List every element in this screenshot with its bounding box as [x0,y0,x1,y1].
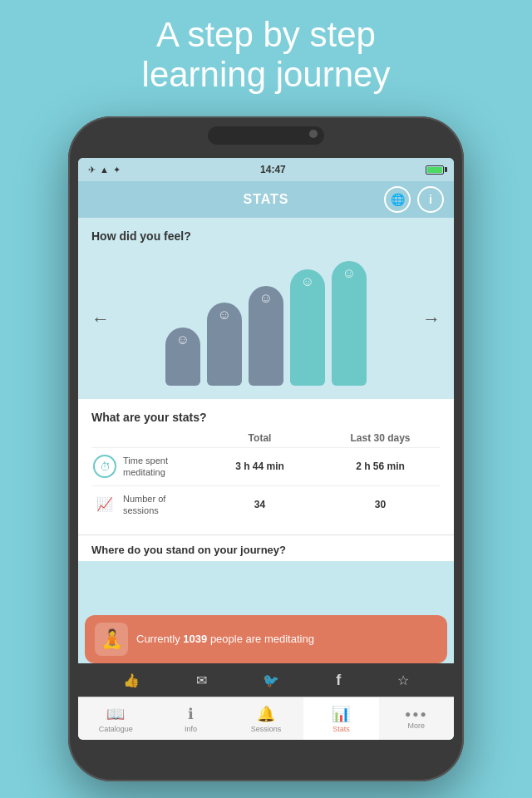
clock-icon: ⏱ [93,455,116,478]
twitter-icon[interactable]: 🐦 [263,672,279,688]
notif-text-before: Currently [136,633,183,645]
header-line1: A step by step [0,15,532,55]
info-symbol: i [429,193,432,206]
meditation-symbol: 🧘 [101,628,123,650]
bar-col-4: ☺ [290,269,325,386]
chart-area: ← ☺ ☺ ☺ [91,253,441,386]
thumbs-up-icon[interactable]: 👍 [123,672,140,688]
stairs-icon-area: 📈 [91,496,118,512]
stats-icon: 📊 [332,705,350,723]
sessions-icon: 🔔 [257,705,275,723]
mood-section: How did you feel? ← ☺ ☺ [78,218,454,399]
notif-meditation-icon: 🧘 [95,623,128,656]
phone-screen: ✈ ▲ ✦ 14:47 STATS 🌐 i How did you feel? [78,158,454,740]
header-text: A step by step learning journey [0,15,532,96]
stats-header-label-spacer [123,432,200,444]
bar-face-2: ☺ [218,308,231,323]
clock-icon-area: ⏱ [91,455,118,478]
phone-frame: ✈ ▲ ✦ 14:47 STATS 🌐 i How did you feel? [68,116,464,781]
bar-face-4: ☺ [301,274,314,289]
tab-catalogue[interactable]: 📖 Catalogue [78,697,153,740]
info-icon[interactable]: i [417,186,444,213]
notif-text: Currently 1039 people are meditating [136,632,314,647]
tab-sessions[interactable]: 🔔 Sessions [229,697,303,740]
app-nav-title: STATS [243,192,288,207]
bar-col-5: ☺ [332,261,367,386]
airplane-icon: ✈ [88,165,96,175]
tab-info[interactable]: ℹ Info [153,697,228,740]
bar-col-2: ☺ [207,303,242,386]
stats-title: What are your stats? [91,411,441,424]
bar-face-5: ☺ [342,266,356,281]
tab-label-info: Info [185,725,197,733]
brightness-icon: ✦ [113,165,121,175]
stats-last30-time: 2 h 56 min [320,461,441,472]
globe-icon[interactable]: 🌐 [384,186,411,213]
wifi-icon: ▲ [100,165,109,175]
tab-bar: 📖 Catalogue ℹ Info 🔔 Sessions 📊 Stats ●●… [78,697,454,740]
status-right [426,165,444,175]
bar-2: ☺ [207,303,242,386]
stats-header-icon-spacer [91,432,118,444]
bar-1: ☺ [165,328,200,386]
info-tab-icon: ℹ [188,705,194,723]
email-icon[interactable]: ✉ [196,672,207,688]
facebook-icon[interactable]: f [336,672,341,689]
bar-col-3: ☺ [249,286,283,386]
stats-row-sessions: 📈 Number of sessions 34 30 [91,485,441,524]
tab-label-catalogue: Catalogue [99,725,133,733]
notification-banner[interactable]: 🧘 Currently 1039 people are meditating [85,615,447,663]
header-line2: learning journey [0,55,532,95]
status-left: ✈ ▲ ✦ [88,165,121,175]
tab-more[interactable]: ●●● More [379,697,454,740]
stats-label-sessions: Number of sessions [123,493,200,517]
battery-icon [426,165,444,175]
stats-header-total: Total [200,432,320,444]
tab-stats[interactable]: 📊 Stats [303,697,378,740]
star-icon[interactable]: ☆ [397,672,409,688]
mood-title: How did you feel? [91,229,441,243]
catalogue-icon: 📖 [106,705,125,723]
globe-symbol: 🌐 [391,193,405,206]
tab-label-sessions: Sessions [251,725,282,733]
journey-section: Where do you stand on your journey? [78,534,454,561]
camera [309,130,318,138]
stats-row-time: ⏱ Time spent meditating 3 h 44 min 2 h 5… [91,447,441,485]
stats-header-last30: Last 30 days [320,432,441,444]
tab-label-more: More [408,722,426,730]
battery-fill [427,167,442,173]
social-bar: 👍 ✉ 🐦 f ☆ [78,663,454,697]
more-icon: ●●● [405,708,428,720]
stats-total-sessions: 34 [200,499,320,510]
bar-col-1: ☺ [165,328,200,386]
stats-label-time: Time spent meditating [123,455,200,479]
stats-header-row: Total Last 30 days [91,432,441,444]
bar-4: ☺ [290,269,325,386]
journey-title: Where do you stand on your journey? [91,544,441,556]
stairs-icon: 📈 [96,496,113,512]
notif-count: 1039 [183,633,207,645]
status-bar: ✈ ▲ ✦ 14:47 [78,158,454,181]
bar-face-3: ☺ [259,291,273,306]
bar-face-1: ☺ [176,332,190,347]
notif-text-after: people are meditating [207,633,314,645]
status-time: 14:47 [260,164,286,175]
chart-left-arrow[interactable]: ← [91,308,110,330]
bar-5: ☺ [332,261,367,386]
stats-last30-sessions: 30 [320,499,441,510]
stats-section: What are your stats? Total Last 30 days … [78,399,454,534]
bar-3: ☺ [249,286,283,386]
tab-label-stats: Stats [332,725,350,733]
chart-right-arrow[interactable]: → [422,308,441,330]
app-nav-bar: STATS 🌐 i [78,181,454,218]
stats-total-time: 3 h 44 min [200,461,320,472]
